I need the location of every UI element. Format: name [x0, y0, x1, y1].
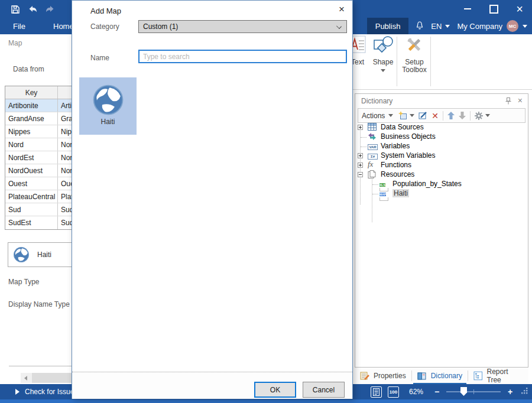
key-column-header[interactable]: Key: [5, 86, 58, 99]
gear-icon: [475, 112, 483, 120]
tree-item-data-sources[interactable]: Data Sources: [355, 123, 528, 132]
expand-icon[interactable]: [358, 153, 363, 158]
shape-tool-button[interactable]: Shape: [371, 35, 395, 72]
zoom-controls: 100 62% − +: [371, 384, 528, 399]
minimize-button[interactable]: [459, 2, 476, 16]
settings-button[interactable]: [475, 112, 490, 120]
zoom-100-button[interactable]: 100: [388, 386, 399, 398]
ribbon-separator: [397, 37, 397, 86]
globe-icon: [91, 83, 125, 117]
setup-toolbox-icon: [405, 35, 424, 54]
add-map-dialog: Add Map × Category Custom (1) Name Haiti…: [72, 0, 353, 399]
zoom-in-button[interactable]: +: [507, 387, 514, 396]
ribbon-right-controls: Publish EN My Company MC: [367, 18, 527, 34]
tree-item-population-by-states[interactable]: XLS Population_by_States: [355, 180, 528, 189]
data-sources-icon: [368, 123, 377, 132]
shape-icon: [373, 35, 393, 54]
arrow-up-icon: [447, 112, 455, 119]
tree-item-variables[interactable]: VAR Variables: [355, 142, 528, 151]
functions-icon: fx: [368, 160, 377, 168]
dock-tab-bar: Properties Dictionary Report Tree: [355, 368, 528, 384]
new-item-button[interactable]: [398, 111, 414, 120]
language-selector[interactable]: EN: [431, 22, 450, 31]
zoom-level: 62%: [405, 388, 427, 396]
avatar: MC: [507, 20, 518, 32]
slider-tick: [473, 389, 474, 394]
maximize-button[interactable]: [485, 2, 502, 16]
map-resource-icon: MAP: [379, 189, 388, 198]
data-from-label: Data from: [13, 65, 44, 73]
zoom-out-button[interactable]: −: [433, 387, 440, 396]
display-name-type-label: Display Name Type: [8, 300, 70, 308]
chevron-down-icon: [381, 69, 385, 72]
edit-pencil-icon: [419, 111, 427, 120]
expand-icon[interactable]: [358, 162, 363, 168]
publish-button[interactable]: Publish: [367, 18, 409, 34]
zoom-slider-thumb[interactable]: [460, 387, 467, 396]
cancel-button[interactable]: Cancel: [303, 382, 345, 398]
move-down-button[interactable]: [459, 112, 466, 119]
dictionary-toolbar: Actions ✕: [358, 108, 525, 123]
resize-grip[interactable]: [521, 387, 528, 396]
chevron-down-icon: [336, 24, 342, 29]
window-controls: ×: [459, 2, 528, 16]
tree-item-functions[interactable]: fx Functions: [355, 161, 528, 170]
delete-icon[interactable]: ✕: [432, 112, 439, 120]
panel-title: Map: [8, 39, 22, 47]
tab-dictionary[interactable]: Dictionary: [412, 368, 468, 384]
category-dropdown[interactable]: Custom (1): [138, 20, 347, 33]
zoom-slider[interactable]: [446, 391, 501, 392]
setup-toolbox-button[interactable]: Setup Toolbox: [400, 35, 429, 74]
tab-report-tree[interactable]: Report Tree: [468, 368, 528, 384]
map-tile-haiti[interactable]: Haiti: [79, 77, 137, 135]
page-view-icon[interactable]: [371, 386, 382, 398]
chevron-down-icon: [410, 114, 414, 117]
tree-item-business-objects[interactable]: Business Objects: [355, 132, 528, 142]
report-tree-icon: [473, 371, 483, 381]
close-panel-icon[interactable]: ×: [518, 96, 523, 105]
undo-icon[interactable]: [27, 4, 38, 15]
collapse-icon[interactable]: [358, 172, 363, 177]
pin-icon[interactable]: [505, 98, 511, 106]
toolbar-separator: [470, 111, 471, 121]
properties-icon: [360, 371, 369, 381]
edit-button[interactable]: [419, 111, 427, 120]
chevron-down-icon: [445, 25, 450, 28]
tab-properties[interactable]: Properties: [355, 368, 411, 384]
toolbar-separator: [443, 111, 443, 121]
play-icon: [15, 389, 20, 395]
tree-item-haiti-resource[interactable]: MAP Haiti: [355, 189, 528, 199]
globe-icon: [12, 246, 30, 264]
arrow-down-icon: [459, 112, 466, 119]
dialog-footer: OK Cancel: [72, 372, 352, 399]
category-label: Category: [90, 22, 119, 31]
chevron-down-icon: [485, 114, 490, 117]
redo-icon[interactable]: [44, 4, 56, 15]
dictionary-icon: [417, 372, 427, 381]
map-type-label: Map Type: [8, 278, 39, 286]
tab-file[interactable]: File: [5, 18, 34, 34]
close-window-button[interactable]: ×: [511, 2, 528, 16]
chevron-down-icon: [388, 114, 393, 117]
name-search-input[interactable]: [138, 50, 347, 63]
system-variables-icon: Σ#: [368, 151, 377, 160]
tree-item-resources[interactable]: Resources: [355, 170, 528, 180]
dialog-close-icon[interactable]: ×: [339, 4, 345, 15]
tree-item-system-variables[interactable]: Σ# System Variables: [355, 151, 528, 161]
map-tile-label: Haiti: [79, 118, 137, 126]
check-for-issues-button[interactable]: Check for Issues: [15, 384, 77, 399]
actions-menu-button[interactable]: Actions: [362, 112, 394, 120]
account-menu[interactable]: My Company MC: [457, 20, 527, 32]
dialog-title: Add Map: [90, 6, 121, 15]
move-up-button[interactable]: [447, 112, 455, 119]
ok-button[interactable]: OK: [254, 382, 296, 398]
dictionary-panel-title: Dictionary: [361, 97, 392, 105]
business-objects-icon: [368, 132, 377, 141]
notifications-bell-icon[interactable]: [416, 21, 424, 32]
save-icon[interactable]: [9, 4, 21, 15]
variables-icon: VAR: [368, 142, 377, 151]
selected-map-label: Haiti: [37, 251, 51, 259]
expand-icon[interactable]: [358, 125, 363, 130]
scroll-left-button[interactable]: [21, 373, 31, 383]
chevron-down-icon: [523, 25, 527, 28]
